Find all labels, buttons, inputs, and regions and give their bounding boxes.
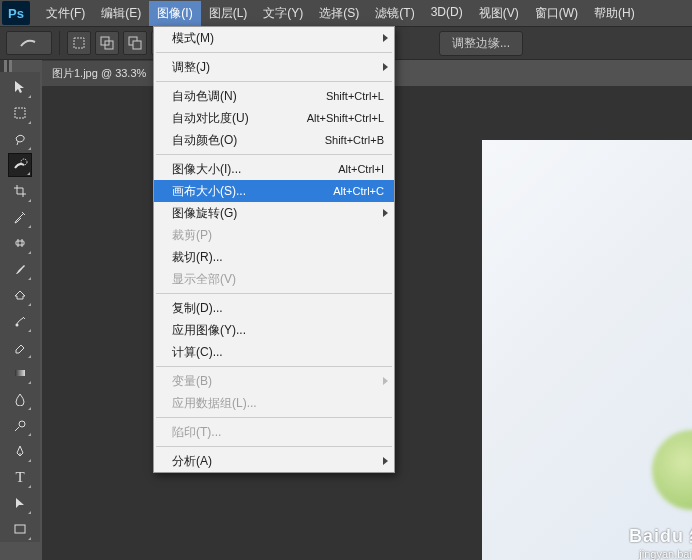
document-canvas[interactable]: Baidu 经验 jingyan.baidu.com (482, 140, 692, 560)
svg-point-11 (16, 324, 19, 327)
image-menu-dropdown: 模式(M)调整(J)自动色调(N)Shift+Ctrl+L自动对比度(U)Alt… (153, 26, 395, 473)
menu-item-label: 模式(M) (172, 30, 384, 47)
menu-item-shortcut: Shift+Ctrl+B (325, 134, 384, 146)
menubar: Ps 文件(F)编辑(E)图像(I)图层(L)文字(Y)选择(S)滤镜(T)3D… (0, 0, 692, 26)
clone-stamp-tool[interactable] (8, 283, 32, 307)
menu-item[interactable]: 分析(A) (154, 450, 394, 472)
menu-3d[interactable]: 3D(D) (423, 1, 471, 26)
lasso-tool[interactable] (8, 127, 32, 151)
rectangle-tool[interactable] (8, 517, 32, 541)
menu-item: 应用数据组(L)... (154, 392, 394, 414)
menu-item-label: 自动对比度(U) (172, 110, 307, 127)
history-brush-tool[interactable] (8, 309, 32, 333)
submenu-arrow-icon (383, 34, 388, 42)
menu-item-label: 画布大小(S)... (172, 183, 333, 200)
marquee-tool[interactable] (8, 101, 32, 125)
quick-selection-tool[interactable] (8, 153, 32, 177)
gradient-tool[interactable] (8, 361, 32, 385)
blur-tool[interactable] (8, 387, 32, 411)
menu-item: 变量(B) (154, 370, 394, 392)
menu-item[interactable]: 调整(J) (154, 56, 394, 78)
menu-file[interactable]: 文件(F) (38, 1, 93, 26)
menu-item-label: 自动色调(N) (172, 88, 326, 105)
menu-item-label: 图像旋转(G) (172, 205, 384, 222)
menu-filter[interactable]: 滤镜(T) (367, 1, 422, 26)
svg-point-13 (19, 421, 25, 427)
opt-add-selection[interactable] (95, 31, 119, 55)
tool-preset-picker[interactable] (6, 31, 52, 55)
panel-grip[interactable] (0, 60, 12, 72)
svg-rect-4 (133, 41, 141, 49)
menu-item-label: 调整(J) (172, 59, 384, 76)
menu-item-label: 显示全部(V) (172, 271, 384, 288)
menu-item[interactable]: 自动对比度(U)Alt+Shift+Ctrl+L (154, 107, 394, 129)
menu-item-shortcut: Alt+Shift+Ctrl+L (307, 112, 384, 124)
menu-item: 裁剪(P) (154, 224, 394, 246)
menu-item[interactable]: 复制(D)... (154, 297, 394, 319)
menu-separator (156, 154, 392, 155)
menu-item-label: 应用数据组(L)... (172, 395, 384, 412)
type-tool[interactable]: T (8, 465, 32, 489)
menu-window[interactable]: 窗口(W) (527, 1, 586, 26)
submenu-arrow-icon (383, 377, 388, 385)
app-logo: Ps (2, 1, 30, 25)
refine-edge-button[interactable]: 调整边缘... (439, 31, 523, 56)
svg-rect-12 (15, 370, 25, 376)
menu-type[interactable]: 文字(Y) (255, 1, 311, 26)
svg-rect-14 (15, 525, 25, 533)
submenu-arrow-icon (383, 209, 388, 217)
menu-separator (156, 417, 392, 418)
menu-edit[interactable]: 编辑(E) (93, 1, 149, 26)
menu-item-label: 陷印(T)... (172, 424, 384, 441)
menu-item: 陷印(T)... (154, 421, 394, 443)
healing-brush-tool[interactable] (8, 231, 32, 255)
menu-image[interactable]: 图像(I) (149, 1, 200, 26)
menu-item[interactable]: 图像旋转(G) (154, 202, 394, 224)
menu-item-label: 图像大小(I)... (172, 161, 338, 178)
tools-panel: T (0, 72, 40, 542)
svg-rect-10 (16, 241, 24, 245)
menu-separator (156, 52, 392, 53)
submenu-arrow-icon (383, 63, 388, 71)
opt-subtract-selection[interactable] (123, 31, 147, 55)
menu-item[interactable]: 模式(M) (154, 27, 394, 49)
pen-tool[interactable] (8, 439, 32, 463)
menu-help[interactable]: 帮助(H) (586, 1, 643, 26)
menu-item[interactable]: 裁切(R)... (154, 246, 394, 268)
menu-item-label: 裁切(R)... (172, 249, 384, 266)
menu-layer[interactable]: 图层(L) (201, 1, 256, 26)
menu-item-label: 自动颜色(O) (172, 132, 325, 149)
eraser-tool[interactable] (8, 335, 32, 359)
svg-rect-0 (74, 38, 84, 48)
menu-separator (156, 293, 392, 294)
menu-separator (156, 81, 392, 82)
eyedropper-tool[interactable] (8, 205, 32, 229)
brush-tool[interactable] (8, 257, 32, 281)
svg-rect-8 (15, 108, 25, 118)
menu-item[interactable]: 计算(C)... (154, 341, 394, 363)
menu-item[interactable]: 图像大小(I)...Alt+Ctrl+I (154, 158, 394, 180)
document-tab[interactable]: 图片1.jpg @ 33.3% (42, 61, 157, 86)
menu-item-label: 分析(A) (172, 453, 384, 470)
document-tabs: 图片1.jpg @ 33.3% (42, 60, 157, 86)
menu-item[interactable]: 自动颜色(O)Shift+Ctrl+B (154, 129, 394, 151)
path-selection-tool[interactable] (8, 491, 32, 515)
menu-select[interactable]: 选择(S) (311, 1, 367, 26)
menu-item-label: 应用图像(Y)... (172, 322, 384, 339)
menu-item-label: 变量(B) (172, 373, 384, 390)
menu-separator (156, 366, 392, 367)
menu-item-shortcut: Alt+Ctrl+I (338, 163, 384, 175)
move-tool[interactable] (8, 75, 32, 99)
menu-item-shortcut: Shift+Ctrl+L (326, 90, 384, 102)
crop-tool[interactable] (8, 179, 32, 203)
menu-view[interactable]: 视图(V) (471, 1, 527, 26)
menu-item-label: 计算(C)... (172, 344, 384, 361)
menu-item[interactable]: 自动色调(N)Shift+Ctrl+L (154, 85, 394, 107)
menu-item: 显示全部(V) (154, 268, 394, 290)
menu-separator (156, 446, 392, 447)
watermark: Baidu 经验 jingyan.baidu.com (629, 524, 692, 560)
menu-item[interactable]: 应用图像(Y)... (154, 319, 394, 341)
dodge-tool[interactable] (8, 413, 32, 437)
menu-item[interactable]: 画布大小(S)...Alt+Ctrl+C (154, 180, 394, 202)
opt-new-selection[interactable] (67, 31, 91, 55)
